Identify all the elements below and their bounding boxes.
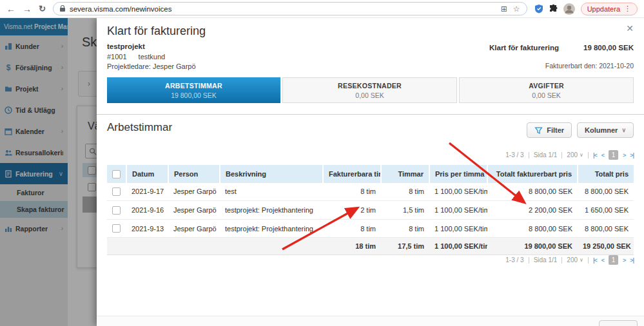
- cell-totalt-fakturerbart: 8 800,00 SEK: [487, 219, 578, 238]
- col-datum[interactable]: Datum: [126, 165, 168, 183]
- close-icon[interactable]: ✕: [626, 23, 634, 34]
- cell-pris-per-timma: 1 100,00 SEK/tim: [429, 201, 487, 220]
- col-beskrivning[interactable]: Beskrivning: [220, 165, 323, 183]
- first-page-icon[interactable]: |<: [593, 152, 597, 158]
- table-total-row: 18 tim 17,5 tim 1 100,00 SEK/tim 19 800,…: [107, 238, 634, 255]
- overflow-menu-icon[interactable]: ⋮: [624, 5, 631, 13]
- prev-page-icon[interactable]: <: [601, 152, 604, 158]
- bookmark-star-icon[interactable]: ☆: [513, 5, 520, 14]
- page-size-select[interactable]: 200: [567, 151, 578, 158]
- page-size-select[interactable]: 200: [567, 256, 578, 264]
- tab-grid-icon[interactable]: ⊞: [501, 5, 507, 14]
- section-divider: [97, 114, 644, 115]
- chevron-down-icon: ∨: [621, 127, 626, 133]
- cell-timmar: 1,5 tim: [381, 201, 429, 220]
- back-icon[interactable]: ←: [6, 5, 15, 14]
- select-all-checkbox[interactable]: [112, 170, 121, 178]
- total-totalt-fakturerbart: 19 800,00 SEK: [487, 238, 578, 255]
- col-timmar[interactable]: Timmar: [381, 165, 429, 183]
- project-name: testprojekt: [107, 43, 145, 50]
- total-timmar: 17,5 tim: [381, 238, 429, 255]
- prev-page-icon[interactable]: <: [601, 257, 604, 264]
- tab-label: ARBETSTIMMAR: [165, 82, 222, 90]
- columns-button[interactable]: Kolumner ∨: [577, 122, 634, 138]
- total-totalt-pris: 19 250,00 SEK: [578, 238, 634, 255]
- cell-totalt-fakturerbart: 8 800,00 SEK: [487, 183, 578, 201]
- cell-pris-per-timma: 1 100,00 SEK/tim: [429, 183, 487, 201]
- last-page-icon[interactable]: >|: [630, 152, 634, 158]
- lock-icon: [60, 8, 65, 12]
- col-totalt-fakturerbart[interactable]: Totalt fakturerbart pris: [487, 165, 578, 183]
- summary-amount: 19 800,00 SEK: [583, 44, 634, 52]
- col-pris-per-timma[interactable]: Pris per timma: [429, 165, 487, 183]
- next-page-icon[interactable]: >: [623, 257, 625, 264]
- tab-bar: ARBETSTIMMAR 19 800,00 SEK RESEKOSTNADER…: [107, 77, 634, 103]
- shield-icon[interactable]: [534, 4, 543, 14]
- row-checkbox[interactable]: [112, 224, 121, 233]
- cell-beskrivning: test: [220, 183, 323, 201]
- cell-datum: 2021-9-17: [126, 183, 168, 201]
- partial-footer-button[interactable]: [599, 320, 638, 326]
- cell-totalt-fakturerbart: 2 200,00 SEK: [487, 201, 578, 220]
- current-page[interactable]: 1: [609, 150, 618, 160]
- last-page-icon[interactable]: >|: [630, 257, 634, 264]
- current-page[interactable]: 1: [609, 255, 618, 265]
- forward-icon[interactable]: →: [23, 5, 32, 14]
- tab-arbetstimmar[interactable]: ARBETSTIMMAR 19 800,00 SEK: [107, 77, 280, 103]
- tab-amount: 0,00 SEK: [355, 91, 384, 99]
- cell-beskrivning: testprojekt: Projekthantering: [220, 201, 323, 220]
- browser-toolbar: ← → ↻ severa.visma.com/newinvoices ⊞ ☆ U…: [0, 0, 644, 18]
- modal-title: Klart för fakturering: [107, 24, 206, 38]
- chevron-down-icon: ∨: [580, 152, 583, 158]
- work-hours-table: Datum Person Beskrivning Fakturerbara ti…: [107, 165, 634, 255]
- tab-resekostnader[interactable]: RESEKOSTNADER 0,00 SEK: [282, 77, 457, 103]
- cell-timmar: 8 tim: [381, 219, 429, 238]
- col-totalt-pris[interactable]: Totalt pris: [578, 165, 634, 183]
- total-pris-per-timma: 1 100,00 SEK/tim: [429, 238, 487, 255]
- tab-label: AVGIFTER: [529, 82, 564, 90]
- total-fakturerbara-timmar: 18 tim: [323, 238, 381, 255]
- filter-button[interactable]: Filter: [527, 122, 572, 138]
- table-row[interactable]: 2021-9-13 Jesper Garpö testprojekt: Proj…: [107, 219, 634, 238]
- pagination-range: 1-3 / 3: [505, 151, 523, 158]
- update-button[interactable]: Uppdatera ⋮: [581, 3, 638, 15]
- tab-label: RESEKOSTNADER: [338, 82, 402, 90]
- profile-avatar[interactable]: [563, 3, 575, 15]
- invoice-modal: Klart för fakturering ✕ testprojekt #100…: [97, 18, 644, 326]
- row-checkbox[interactable]: [112, 187, 121, 196]
- tab-avgifter[interactable]: AVGIFTER 0,00 SEK: [459, 77, 634, 103]
- modal-footer: [97, 316, 644, 326]
- col-person[interactable]: Person: [168, 165, 220, 183]
- cell-totalt-pris: 8 800,00 SEK: [578, 183, 634, 201]
- cell-fakturerbara-timmar: 8 tim: [323, 219, 381, 238]
- next-page-icon[interactable]: >: [623, 152, 625, 158]
- pagination-page: Sida 1/1: [534, 256, 558, 264]
- filter-funnel-icon: [534, 126, 543, 135]
- first-page-icon[interactable]: |<: [593, 257, 597, 264]
- cell-fakturerbara-timmar: 8 tim: [323, 183, 381, 201]
- pagination-range: 1-3 / 3: [505, 256, 523, 264]
- project-manager: Projektledare: Jesper Garpö: [107, 62, 196, 70]
- cell-timmar: 8 tim: [381, 183, 429, 201]
- pagination-bottom: 1-3 / 3 Sida 1/1 200 ∨ |< < 1 > >|: [505, 255, 634, 265]
- url-text[interactable]: severa.visma.com/newinvoices: [70, 5, 172, 13]
- col-fakturerbara-timmar[interactable]: Fakturerbara timmar: [323, 165, 381, 183]
- url-bar[interactable]: severa.visma.com/newinvoices ⊞ ☆: [53, 2, 527, 15]
- project-number: #1001: [107, 53, 127, 61]
- extension-puzzle-icon[interactable]: [549, 5, 558, 13]
- table-row[interactable]: 2021-9-16 Jesper Garpö testprojekt: Proj…: [107, 201, 634, 220]
- cell-datum: 2021-9-13: [126, 219, 168, 238]
- tab-amount: 19 800,00 SEK: [171, 91, 217, 99]
- cell-totalt-pris: 1 650,00 SEK: [578, 201, 634, 220]
- update-button-label: Uppdatera: [587, 5, 620, 13]
- pagination-top: 1-3 / 3 Sida 1/1 200 ∨ |< < 1 > >|: [505, 150, 634, 160]
- row-checkbox[interactable]: [112, 206, 121, 215]
- columns-button-label: Kolumner: [585, 126, 618, 134]
- cell-person: Jesper Garpö: [168, 183, 220, 201]
- chevron-down-icon: ∨: [580, 257, 583, 263]
- reload-icon[interactable]: ↻: [39, 5, 46, 13]
- billable-date: Fakturerbart den: 2021-10-20: [545, 62, 634, 70]
- table-row[interactable]: 2021-9-17 Jesper Garpö test 8 tim 8 tim …: [107, 183, 634, 201]
- cell-datum: 2021-9-16: [126, 201, 168, 220]
- cell-fakturerbara-timmar: 2 tim: [323, 201, 381, 220]
